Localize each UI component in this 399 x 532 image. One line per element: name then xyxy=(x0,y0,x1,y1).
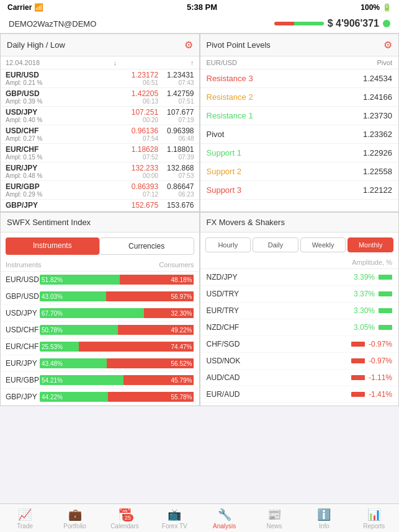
dhl-high-val: 1.42759 xyxy=(167,89,194,98)
dhl-row: EUR/CHF Ampl: 0.15 % 1.18628 07:52 1.188… xyxy=(1,144,199,162)
fxm-bar-positive xyxy=(379,325,392,330)
swfx-red-bar: 45.79% xyxy=(123,375,194,385)
fxm-right: -1.11% xyxy=(351,373,392,382)
dhl-pair-name: GBP/JPY xyxy=(6,201,38,210)
fxm-bar-positive xyxy=(379,291,392,296)
fxm-tab-daily[interactable]: Daily xyxy=(253,237,298,252)
bottom-panels-row: SWFX Sentiment Index Instruments Currenc… xyxy=(0,212,399,406)
daily-gear-icon[interactable]: ⚙ xyxy=(184,39,193,51)
dhl-low-val: 0.86393 xyxy=(132,182,158,191)
swfx-panel: SWFX Sentiment Index Instruments Currenc… xyxy=(0,212,200,406)
dhl-high-val: 1.18801 xyxy=(167,145,194,154)
pivot-level-value: 1.23730 xyxy=(363,111,392,120)
swfx-green-bar: 44.22% xyxy=(40,392,108,402)
fxm-tabs: Hourly Daily Weekly Monthly xyxy=(200,233,399,257)
swfx-red-bar: 49.22% xyxy=(118,325,194,335)
fxm-col-amplitude: Amplitude, % xyxy=(352,259,392,266)
pivot-level-value: 1.24534 xyxy=(363,74,392,83)
dhl-row: USD/CHF Ampl: 0.27 % 0.96136 07:54 0.963… xyxy=(1,125,199,144)
pivot-level-label: Pivot xyxy=(207,130,225,139)
dhl-high-time: 06:48 xyxy=(167,135,194,142)
dhl-row: EUR/GBP Ampl: 0.29 % 0.86393 07:12 0.866… xyxy=(1,181,199,200)
fxm-row: EUR/TRY 3.30% xyxy=(200,303,399,319)
fxm-right: 3.37% xyxy=(354,290,392,298)
swfx-panel-header: SWFX Sentiment Index xyxy=(1,213,199,233)
swfx-row: GBP/USD 43.03% 56.97% xyxy=(1,288,199,305)
pivot-col-label: Pivot xyxy=(377,59,392,66)
swfx-pair-name: EUR/GBP xyxy=(6,376,40,384)
fxm-row: AUD/CAD -1.11% xyxy=(200,370,399,386)
dhl-low-val: 0.96136 xyxy=(132,126,158,135)
pivot-level-value: 1.22122 xyxy=(363,185,392,195)
fxm-pair-name: CHF/SGD xyxy=(207,340,240,348)
swfx-pair-name: GBP/USD xyxy=(6,292,40,301)
fxm-pair-name: NZD/CHF xyxy=(207,323,240,332)
swfx-row: EUR/CHF 25.53% 74.47% xyxy=(1,339,199,355)
swfx-panel-title: SWFX Sentiment Index xyxy=(7,218,91,227)
tab-portfolio[interactable]: 💼 Portfolio xyxy=(56,508,94,530)
tab-news[interactable]: 📰 News xyxy=(256,508,293,530)
tab-info[interactable]: ℹ️ Info xyxy=(305,508,343,530)
swfx-green-bar: 43.48% xyxy=(40,358,107,368)
pivot-panel-title: Pivot Point Levels xyxy=(207,40,271,50)
fxm-tab-weekly[interactable]: Weekly xyxy=(300,237,346,252)
pivot-level-value: 1.22926 xyxy=(363,148,392,157)
status-bar: Carrier 📶 5:38 PM 100% 🔋 xyxy=(0,0,399,14)
pivot-gear-icon[interactable]: ⚙ xyxy=(383,39,392,51)
swfx-pair-name: EUR/CHF xyxy=(6,342,40,351)
swfx-tab-currencies[interactable]: Currencies xyxy=(99,237,194,255)
tab-reports[interactable]: 📊 Reports xyxy=(356,508,393,530)
fxm-row: EUR/AUD -1.41% xyxy=(200,386,399,403)
trade-icon: 📈 xyxy=(18,508,32,521)
tab-news-label: News xyxy=(267,523,282,530)
fxm-tab-monthly[interactable]: Monthly xyxy=(347,237,393,252)
dhl-low-time: 07:52 xyxy=(132,154,158,161)
dhl-high-val: 0.86647 xyxy=(167,182,194,191)
swfx-green-bar: 54.21% xyxy=(40,375,123,385)
dhl-ampl: Ampl: 0.29 % xyxy=(6,191,42,198)
swfx-bar: 67.70% 32.30% xyxy=(40,308,194,318)
fxm-tab-hourly[interactable]: Hourly xyxy=(205,237,251,252)
tab-calendars[interactable]: 📅 25 Calendars xyxy=(106,508,143,530)
dhl-row: EUR/USD Ampl: 0.21 % 1.23172 06:51 1.234… xyxy=(1,69,199,88)
dhl-low-val: 1.23172 xyxy=(132,71,158,79)
fxm-panel: FX Movers & Shakers Hourly Daily Weekly … xyxy=(200,212,400,406)
tab-forextv-label: Forex TV xyxy=(162,523,187,530)
pivot-level-value: 1.22558 xyxy=(363,167,392,176)
swfx-bar: 44.22% 55.78% xyxy=(40,392,194,402)
fxm-pair-name: EUR/AUD xyxy=(207,390,240,399)
pivot-level-label: Support 2 xyxy=(207,167,241,176)
swfx-tab-instruments[interactable]: Instruments xyxy=(6,237,99,255)
swfx-green-bar: 67.70% xyxy=(40,308,144,318)
swfx-bar: 50.78% 49.22% xyxy=(40,325,194,335)
swfx-red-bar: 32.30% xyxy=(144,308,194,318)
tab-forextv[interactable]: 📺 Forex TV xyxy=(156,508,193,530)
tab-analysis[interactable]: 🔧 Analysis xyxy=(206,508,243,530)
dhl-pair-name: EUR/USD xyxy=(6,71,42,79)
fxm-bar-negative xyxy=(351,392,365,397)
carrier-label: Carrier 📶 xyxy=(7,3,43,12)
pivot-pair-label: EUR/USD xyxy=(207,59,238,66)
fxm-bar-positive xyxy=(379,275,392,280)
dhl-ampl: Ampl: 0.40 % xyxy=(6,117,42,123)
dhl-ampl: Ampl: 0.21 % xyxy=(6,79,42,86)
time-display: 5:38 PM xyxy=(187,2,217,12)
profit-bar xyxy=(274,22,324,25)
dhl-ampl: Ampl: 0.27 % xyxy=(6,135,42,142)
dhl-pair-name: EUR/JPY xyxy=(6,164,42,172)
dhl-high-val: 1.23431 xyxy=(167,71,194,79)
dhl-row: USD/JPY Ampl: 0.40 % 107.251 00:20 107.6… xyxy=(1,107,199,125)
fxm-col-header: Amplitude, % xyxy=(200,257,399,269)
pivot-row: Resistance 1 1.23730 xyxy=(200,107,399,125)
balance-bar: $ 4'906'371 xyxy=(274,18,390,29)
fxm-row: NZD/CHF 3.05% xyxy=(200,319,399,336)
tab-trade[interactable]: 📈 Trade xyxy=(6,508,43,530)
swfx-pair-name: EUR/JPY xyxy=(6,359,40,368)
pivot-row: Support 2 1.22558 xyxy=(200,162,399,181)
pivot-row: Support 1 1.22926 xyxy=(200,144,399,162)
swfx-row: USD/JPY 67.70% 32.30% xyxy=(1,305,199,322)
swfx-green-bar: 25.53% xyxy=(40,342,79,352)
swfx-pair-name: EUR/USD xyxy=(6,275,40,284)
dhl-high-val: 0.96398 xyxy=(167,126,194,135)
news-icon: 📰 xyxy=(267,508,281,521)
